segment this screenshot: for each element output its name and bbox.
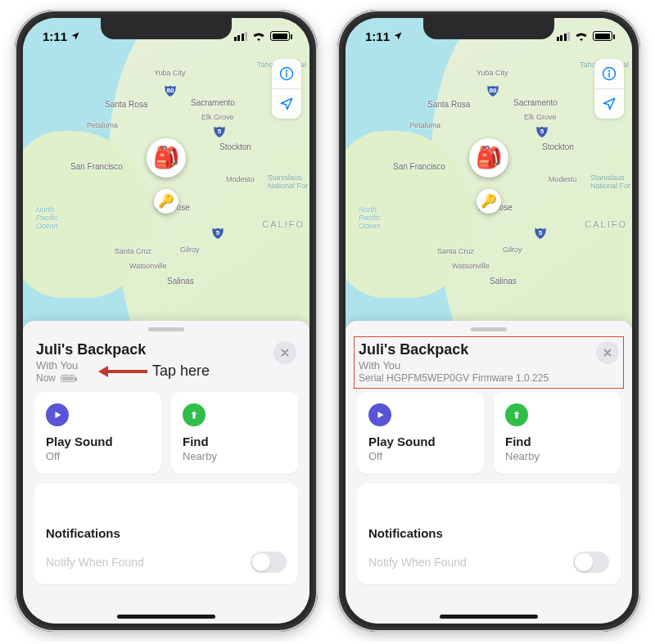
wifi-icon xyxy=(575,31,588,41)
close-sheet-button[interactable] xyxy=(596,341,619,364)
home-indicator[interactable] xyxy=(117,615,215,619)
map-city-santacruz: Santa Cruz xyxy=(437,247,474,255)
map-city-gilroy: Gilroy xyxy=(180,245,200,254)
phone-screen: 1:11 North Pacific Ocean CALIFO Tahoe Na… xyxy=(346,18,632,624)
item-serial-firmware: Serial HGPFM5WEP0GV Firmware 1.0.225 xyxy=(359,372,549,384)
map-city-salinas: Salinas xyxy=(490,277,517,286)
wifi-icon xyxy=(252,31,265,41)
notify-toggle[interactable] xyxy=(573,552,609,573)
highway-5b-icon: 5 xyxy=(534,226,547,239)
highway-80-icon: 80 xyxy=(486,83,499,97)
item-location-pin[interactable]: 🎒 xyxy=(469,138,508,178)
map-city-yuba: Yuba City xyxy=(154,69,186,77)
item-detail-sheet[interactable]: Juli's Backpack With You Now Tap here xyxy=(23,321,309,624)
sheet-grabber[interactable] xyxy=(148,327,184,331)
map-locate-button[interactable] xyxy=(594,88,624,119)
arrow-up-icon xyxy=(183,403,206,426)
notifications-title: Notifications xyxy=(368,526,609,540)
battery-level-icon xyxy=(61,375,75,382)
notify-when-found-row[interactable]: Notify When Found xyxy=(368,552,609,573)
item-title: Juli's Backpack xyxy=(36,341,146,358)
svg-point-1 xyxy=(286,70,287,72)
map-city-petaluma: Petaluma xyxy=(409,121,440,129)
map-label-state: CALIFO xyxy=(585,219,627,229)
bell-icon xyxy=(46,495,69,518)
play-sound-card[interactable]: Play Sound Off xyxy=(34,392,161,474)
map-city-petaluma: Petaluma xyxy=(87,121,118,129)
map-label-stanislaus: Stanislaus National For xyxy=(590,173,630,190)
map-city-santarosa: Santa Rosa xyxy=(427,100,470,109)
map-info-button[interactable] xyxy=(272,59,301,88)
status-time: 1:11 xyxy=(43,29,67,43)
map-city-sacramento: Sacramento xyxy=(513,98,558,107)
map-locate-button[interactable] xyxy=(272,88,301,119)
item-location-pin[interactable]: 🎒 xyxy=(147,138,186,178)
find-subtitle: Nearby xyxy=(183,450,287,462)
map-city-gilroy: Gilroy xyxy=(503,245,522,254)
map-label-ocean: North Pacific Ocean xyxy=(36,206,58,231)
status-time: 1:11 xyxy=(365,29,390,43)
map-view[interactable]: North Pacific Ocean CALIFO Tahoe Nationa… xyxy=(23,18,309,351)
map-city-sf: San Francisco xyxy=(70,162,123,171)
item-status: With You xyxy=(36,359,146,372)
close-sheet-button[interactable] xyxy=(273,341,296,364)
home-indicator[interactable] xyxy=(440,615,538,619)
map-city-modesto: Modesto xyxy=(549,175,577,183)
highway-5-icon: 5 xyxy=(213,124,226,137)
map-label-state: CALIFO xyxy=(262,219,305,229)
battery-icon xyxy=(593,31,612,41)
item-status: With You xyxy=(359,359,549,372)
secondary-item-pin[interactable]: 🔑 xyxy=(154,189,178,214)
arrow-up-icon xyxy=(505,403,528,426)
item-secondary-status: Now xyxy=(36,372,146,384)
notify-toggle[interactable] xyxy=(251,552,287,573)
map-label-ocean: North Pacific Ocean xyxy=(359,206,381,231)
notifications-card[interactable]: Notifications Notify When Found xyxy=(34,484,298,584)
notch xyxy=(423,18,554,39)
find-title: Find xyxy=(505,435,609,448)
map-city-santacruz: Santa Cruz xyxy=(115,247,151,255)
play-sound-card[interactable]: Play Sound Off xyxy=(357,392,484,474)
battery-icon xyxy=(270,31,290,41)
notifications-card[interactable]: Notifications Notify When Found xyxy=(357,484,621,584)
phone-mockup-left: 1:11 North Pacific Ocean CALIFO Tahoe Na… xyxy=(15,10,318,632)
map-city-santarosa: Santa Rosa xyxy=(105,100,147,109)
notify-when-found-row[interactable]: Notify When Found xyxy=(46,552,287,573)
map-view[interactable]: North Pacific Ocean CALIFO Tahoe Nationa… xyxy=(346,18,632,351)
notch xyxy=(101,18,232,39)
highway-5-icon: 5 xyxy=(535,124,549,137)
map-controls xyxy=(272,59,301,119)
map-city-salinas: Salinas xyxy=(167,277,194,286)
map-city-modesto: Modesto xyxy=(226,175,255,183)
map-city-yuba: Yuba City xyxy=(477,69,508,77)
sheet-header[interactable]: Juli's Backpack With You Serial HGPFM5WE… xyxy=(357,338,621,392)
play-icon xyxy=(46,403,69,426)
cellular-signal-icon xyxy=(557,32,571,41)
location-services-icon xyxy=(393,29,403,43)
find-subtitle: Nearby xyxy=(505,450,609,462)
highway-5b-icon: 5 xyxy=(211,226,224,239)
map-city-stockton: Stockton xyxy=(542,142,574,151)
svg-point-4 xyxy=(608,70,610,72)
map-controls xyxy=(594,59,624,119)
highway-80-icon: 80 xyxy=(164,83,177,97)
play-icon xyxy=(368,403,391,426)
map-city-sacramento: Sacramento xyxy=(191,98,235,107)
notify-when-found-label: Notify When Found xyxy=(46,556,144,569)
map-city-sf: San Francisco xyxy=(393,162,445,171)
map-city-watsonville: Watsonville xyxy=(129,262,167,270)
item-title: Juli's Backpack xyxy=(359,341,549,358)
svg-rect-5 xyxy=(608,73,610,78)
cellular-signal-icon xyxy=(234,32,248,41)
map-label-stanislaus: Stanislaus National For xyxy=(268,173,308,190)
map-city-stockton: Stockton xyxy=(219,142,251,151)
map-info-button[interactable] xyxy=(594,59,624,88)
item-detail-sheet[interactable]: Juli's Backpack With You Serial HGPFM5WE… xyxy=(346,321,632,624)
sheet-grabber[interactable] xyxy=(471,327,507,331)
secondary-item-pin[interactable]: 🔑 xyxy=(477,189,501,214)
find-card[interactable]: Find Nearby xyxy=(494,392,621,474)
map-city-watsonville: Watsonville xyxy=(452,262,490,270)
annotation-text: Tap here xyxy=(152,363,210,380)
sheet-header[interactable]: Juli's Backpack With You Now Tap here xyxy=(34,338,298,392)
find-card[interactable]: Find Nearby xyxy=(171,392,298,474)
